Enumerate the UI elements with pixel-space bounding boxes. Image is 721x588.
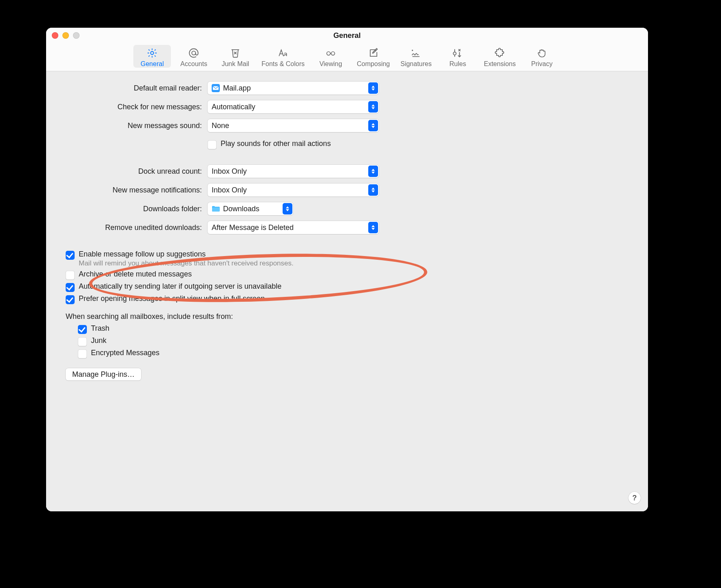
- tab-signatures[interactable]: Signatures: [397, 45, 435, 68]
- label-follow-up: Enable message follow up suggestions: [79, 250, 294, 259]
- svg-rect-6: [212, 208, 220, 212]
- chevron-updown-icon: [368, 101, 378, 113]
- checkbox-follow-up[interactable]: [66, 251, 75, 260]
- label-follow-up-sub: Mail will remind you about messages that…: [79, 259, 294, 267]
- preferences-window: General General Accounts Junk Mail: [46, 28, 648, 511]
- popup-value: None: [212, 122, 229, 130]
- checkbox-junk[interactable]: [78, 337, 87, 346]
- chevron-updown-icon: [368, 222, 378, 233]
- tab-label: Accounts: [180, 60, 207, 68]
- label-search-intro: When searching all mailboxes, include re…: [66, 312, 641, 321]
- svg-point-2: [327, 52, 330, 55]
- checkbox-split-view[interactable]: [66, 295, 75, 304]
- at-sign-icon: [187, 47, 201, 59]
- label-default-reader: Default email reader:: [53, 84, 203, 93]
- svg-point-3: [331, 52, 335, 55]
- titlebar: General: [46, 28, 648, 43]
- folder-icon: [212, 205, 220, 213]
- label-trash: Trash: [91, 324, 109, 333]
- help-button[interactable]: ?: [628, 492, 641, 504]
- general-pane: Default email reader: Mail.app Check for…: [46, 71, 648, 511]
- tab-label: Viewing: [319, 60, 342, 68]
- label-retry-send: Automatically try sending later if outgo…: [79, 282, 281, 291]
- mail-app-icon: [212, 84, 220, 92]
- compose-icon: [367, 47, 380, 59]
- chevron-updown-icon: [368, 82, 378, 94]
- close-button[interactable]: [52, 32, 58, 39]
- tab-label: Extensions: [484, 60, 515, 68]
- tab-general[interactable]: General: [133, 45, 171, 68]
- glasses-icon: [324, 47, 338, 59]
- popup-default-reader[interactable]: Mail.app: [208, 82, 379, 95]
- label-play-sounds: Play sounds for other mail actions: [221, 139, 331, 148]
- label-check-new: Check for new messages:: [53, 103, 203, 111]
- svg-point-0: [151, 51, 154, 54]
- checkbox-encrypted[interactable]: [78, 349, 87, 358]
- preferences-toolbar: General Accounts Junk Mail Fonts & Color…: [46, 43, 648, 71]
- tab-viewing[interactable]: Viewing: [312, 45, 349, 68]
- popup-downloads-folder[interactable]: Downloads: [208, 202, 293, 215]
- tab-label: General: [141, 60, 164, 68]
- checkbox-play-sounds[interactable]: [208, 140, 217, 149]
- popup-value: Automatically: [212, 103, 255, 111]
- popup-value: After Message is Deleted: [212, 223, 294, 232]
- label-dock-count: Dock unread count:: [53, 167, 203, 176]
- tab-label: Rules: [449, 60, 466, 68]
- window-title: General: [333, 31, 360, 40]
- label-archive-muted: Archive or delete muted messages: [79, 270, 192, 279]
- popup-value: Inbox Only: [212, 167, 247, 176]
- manage-plugins-button[interactable]: Manage Plug-ins…: [66, 368, 141, 380]
- tab-accounts[interactable]: Accounts: [175, 45, 212, 68]
- tab-label: Signatures: [400, 60, 432, 68]
- chevron-updown-icon: [368, 166, 378, 177]
- label-encrypted: Encrypted Messages: [91, 349, 159, 357]
- help-label: ?: [633, 494, 637, 502]
- hand-icon: [535, 47, 549, 59]
- label-junk: Junk: [91, 336, 106, 345]
- signature-icon: [409, 47, 423, 59]
- chevron-updown-icon: [283, 203, 292, 214]
- chevron-updown-icon: [368, 184, 378, 196]
- tab-label: Composing: [357, 60, 390, 68]
- traffic-lights: [52, 32, 80, 39]
- label-split-view: Prefer opening messages in split view wh…: [79, 294, 265, 303]
- tab-privacy[interactable]: Privacy: [523, 45, 561, 68]
- label-downloads-folder: Downloads folder:: [53, 205, 203, 213]
- button-label: Manage Plug-ins…: [72, 370, 135, 379]
- tab-label: Privacy: [531, 60, 553, 68]
- popup-new-sound[interactable]: None: [208, 119, 379, 132]
- tab-junk-mail[interactable]: Junk Mail: [217, 45, 254, 68]
- popup-check-new[interactable]: Automatically: [208, 100, 379, 113]
- checkbox-retry-send[interactable]: [66, 283, 75, 292]
- tab-extensions[interactable]: Extensions: [480, 45, 519, 68]
- minimize-button[interactable]: [62, 32, 69, 39]
- popup-value: Downloads: [223, 205, 259, 213]
- popup-remove-downloads[interactable]: After Message is Deleted: [208, 221, 379, 234]
- label-remove-downloads: Remove unedited downloads:: [53, 223, 203, 232]
- label-notifications: New message notifications:: [53, 186, 203, 195]
- popup-dock-count[interactable]: Inbox Only: [208, 165, 379, 178]
- popup-value: Mail.app: [223, 84, 251, 93]
- puzzle-icon: [493, 47, 507, 59]
- label-new-sound: New messages sound:: [53, 122, 203, 130]
- trash-bin-icon: [228, 47, 242, 59]
- popup-value: Inbox Only: [212, 186, 247, 195]
- svg-point-1: [192, 51, 196, 55]
- tab-fonts-colors[interactable]: Fonts & Colors: [258, 45, 308, 68]
- font-icon: [276, 47, 290, 59]
- tab-label: Junk Mail: [221, 60, 249, 68]
- popup-notifications[interactable]: Inbox Only: [208, 183, 379, 197]
- zoom-button[interactable]: [73, 32, 80, 39]
- gear-icon: [145, 47, 159, 59]
- rules-icon: [451, 47, 464, 59]
- tab-composing[interactable]: Composing: [354, 45, 393, 68]
- tab-label: Fonts & Colors: [261, 60, 305, 68]
- tab-rules[interactable]: Rules: [439, 45, 476, 68]
- chevron-updown-icon: [368, 120, 378, 131]
- checkbox-archive-muted[interactable]: [66, 271, 75, 280]
- checkbox-trash[interactable]: [78, 325, 87, 334]
